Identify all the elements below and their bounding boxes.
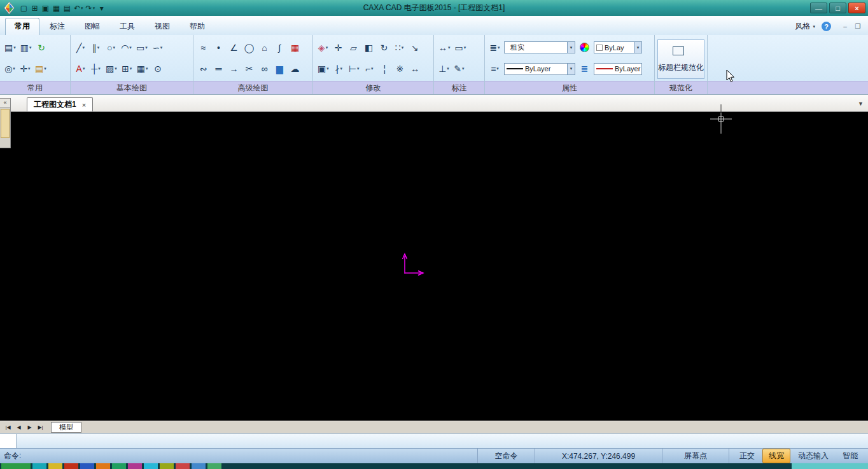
fill-icon[interactable]: ▣▾ bbox=[316, 60, 331, 77]
extend-icon[interactable]: ⊢▾ bbox=[347, 60, 361, 77]
block-icon[interactable]: ⊞▾ bbox=[120, 60, 134, 77]
hatch-icon[interactable]: ▨▾ bbox=[104, 60, 119, 77]
toggle-smart[interactable]: 智能 bbox=[836, 449, 864, 463]
drawing-canvas[interactable] bbox=[0, 112, 868, 421]
model-tab[interactable]: 模型 bbox=[51, 422, 81, 433]
point-icon[interactable]: • bbox=[211, 39, 226, 56]
help-icon[interactable]: ? bbox=[822, 22, 831, 31]
maximize-button[interactable]: □ bbox=[829, 3, 846, 13]
minimize-button[interactable]: — bbox=[810, 3, 827, 13]
linecolor-combo[interactable]: ByLayer ▾ bbox=[594, 63, 642, 75]
plot-icon[interactable]: ▤▾ bbox=[33, 60, 48, 77]
save-all-icon[interactable]: ▦ bbox=[51, 3, 62, 14]
panel-toggle-icon[interactable]: « bbox=[0, 99, 10, 108]
centerline-icon[interactable]: ┼▾ bbox=[88, 60, 103, 77]
dropdown-arrow-icon[interactable]: ▾ bbox=[567, 42, 575, 53]
tab-gongju[interactable]: 工具 bbox=[110, 18, 144, 35]
delete-icon[interactable]: ◈▾ bbox=[316, 39, 330, 56]
dim-edit-icon[interactable]: ✎▾ bbox=[452, 60, 466, 77]
spline-icon[interactable]: ≈ bbox=[196, 39, 211, 56]
polyline-icon[interactable]: ∽▾ bbox=[150, 39, 165, 56]
break-icon[interactable]: ¦ bbox=[377, 60, 392, 77]
taskbar-icon[interactable] bbox=[176, 463, 190, 469]
corner-icon[interactable]: ⌐▾ bbox=[362, 60, 377, 77]
dropdown-arrow-icon[interactable]: ▾ bbox=[634, 42, 641, 53]
tab-tufu[interactable]: 图幅 bbox=[75, 18, 109, 35]
layer-manager-icon[interactable]: ≣▾ bbox=[487, 39, 502, 56]
leader-icon[interactable]: → bbox=[227, 60, 241, 77]
redo-icon[interactable]: ↷▾ bbox=[85, 3, 97, 14]
linetype-combo[interactable]: ByLayer ▾ bbox=[504, 63, 575, 75]
paste-icon[interactable]: ▤▾ bbox=[3, 39, 18, 56]
format-brush-icon[interactable]: ▥▾ bbox=[18, 39, 34, 56]
new-file-icon[interactable]: ▢ bbox=[18, 3, 29, 14]
tab-biaozhu[interactable]: 标注 bbox=[40, 18, 74, 35]
text-icon[interactable]: A▾ bbox=[73, 60, 88, 77]
rectangle-icon[interactable]: ▭▾ bbox=[134, 39, 150, 56]
dimension-icon[interactable]: ↔▾ bbox=[437, 39, 452, 56]
color-wheel-icon[interactable] bbox=[577, 39, 592, 56]
tab-list-dropdown-icon[interactable]: ▼ bbox=[858, 101, 864, 107]
first-page-button[interactable]: |◀ bbox=[3, 424, 13, 430]
wave-line-icon[interactable]: ∾ bbox=[196, 60, 211, 77]
document-tab[interactable]: 工程图文档1 × bbox=[27, 97, 93, 111]
datum-icon[interactable]: ⊥▾ bbox=[437, 60, 451, 77]
cloud-line-icon[interactable]: ☁ bbox=[288, 60, 302, 77]
ellipse-icon[interactable]: ◯ bbox=[242, 39, 256, 56]
pan-icon[interactable]: ✛▾ bbox=[18, 60, 32, 77]
taskbar-icon[interactable] bbox=[128, 463, 142, 469]
taskbar-icon[interactable] bbox=[96, 463, 110, 469]
start-button[interactable] bbox=[1, 463, 31, 469]
line-icon[interactable]: ╱▾ bbox=[73, 39, 88, 56]
copy-icon[interactable]: ▱ bbox=[346, 39, 361, 56]
next-page-button[interactable]: ▶ bbox=[24, 424, 35, 430]
open-file-icon[interactable]: ⊞ bbox=[29, 3, 40, 14]
data-table-icon[interactable]: ▦ bbox=[288, 39, 302, 56]
circle-icon[interactable]: ○▾ bbox=[104, 39, 118, 56]
regen-icon[interactable]: ↻ bbox=[34, 39, 49, 56]
tab-shitu[interactable]: 视图 bbox=[145, 18, 179, 35]
scale-icon[interactable]: ↘ bbox=[407, 39, 422, 56]
array-icon[interactable]: ∷▾ bbox=[392, 39, 407, 56]
style-menu-button[interactable]: 风格▾ bbox=[795, 21, 815, 32]
toggle-dynamic-input[interactable]: 动态输入 bbox=[792, 449, 835, 463]
print-icon[interactable]: ▤ bbox=[62, 3, 73, 14]
dropdown-arrow-icon[interactable]: ▾ bbox=[567, 64, 575, 74]
double-line-icon[interactable]: ═ bbox=[211, 60, 226, 77]
chain-icon[interactable]: ∞ bbox=[257, 60, 272, 77]
point-capture-mode[interactable]: 屏幕点 bbox=[662, 449, 729, 463]
parallel-line-icon[interactable]: ∥▾ bbox=[88, 39, 103, 56]
collapsed-panel-tab[interactable] bbox=[1, 109, 10, 138]
mirror-icon[interactable]: ◧ bbox=[361, 39, 376, 56]
arc-icon[interactable]: ◠▾ bbox=[119, 39, 134, 56]
zoom-icon[interactable]: ◎▾ bbox=[3, 60, 17, 77]
prev-page-button[interactable]: ◀ bbox=[13, 424, 24, 430]
formula-curve-icon[interactable]: ∫ bbox=[272, 39, 287, 56]
taskbar-icon[interactable] bbox=[48, 463, 62, 469]
polygon-icon[interactable]: ⌂ bbox=[257, 39, 272, 56]
leader-note-icon[interactable]: ▭▾ bbox=[453, 39, 468, 56]
taskbar-icon[interactable] bbox=[144, 463, 158, 469]
chart-icon[interactable]: ▆ bbox=[272, 60, 287, 77]
taskbar-icon[interactable] bbox=[112, 463, 126, 469]
command-history-bar[interactable] bbox=[0, 433, 868, 448]
last-page-button[interactable]: ▶| bbox=[35, 424, 46, 430]
system-tray[interactable] bbox=[792, 463, 868, 469]
doc-restore-icon[interactable]: ❐ bbox=[853, 22, 863, 31]
close-button[interactable]: × bbox=[848, 3, 865, 13]
explode-icon[interactable]: ※ bbox=[393, 60, 407, 77]
tab-bangzhu[interactable]: 帮助 bbox=[180, 18, 214, 35]
undo-icon[interactable]: ↶▾ bbox=[73, 3, 85, 14]
save-icon[interactable]: ▣ bbox=[40, 3, 51, 14]
toggle-ortho[interactable]: 正交 bbox=[733, 449, 761, 463]
taskbar-icon[interactable] bbox=[64, 463, 78, 469]
quick-access-customize-icon[interactable]: ▾ bbox=[96, 3, 107, 14]
trim-icon[interactable]: ∤▾ bbox=[332, 60, 346, 77]
color-combo[interactable]: ByLay ▾ bbox=[594, 41, 642, 53]
title-block-standardize-button[interactable]: 标题栏规范化 bbox=[657, 39, 704, 79]
stretch-icon[interactable]: ↔ bbox=[408, 60, 423, 77]
tab-changyong[interactable]: 常用 bbox=[5, 18, 39, 35]
sample-icon[interactable]: ✂ bbox=[242, 60, 256, 77]
lineweight-icon[interactable]: ≡▾ bbox=[487, 60, 502, 77]
tab-close-icon[interactable]: × bbox=[82, 101, 86, 109]
